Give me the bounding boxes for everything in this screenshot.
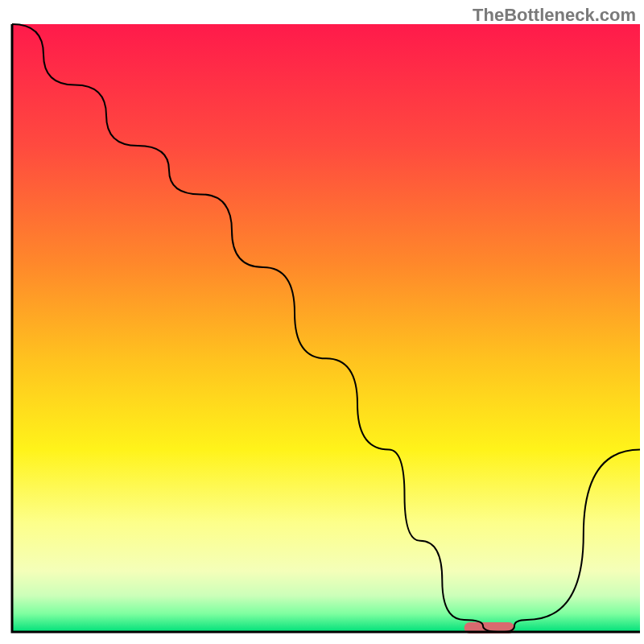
watermark-text: TheBottleneck.com bbox=[473, 5, 636, 26]
chart-svg bbox=[0, 0, 644, 644]
bottleneck-chart: TheBottleneck.com bbox=[0, 0, 644, 644]
